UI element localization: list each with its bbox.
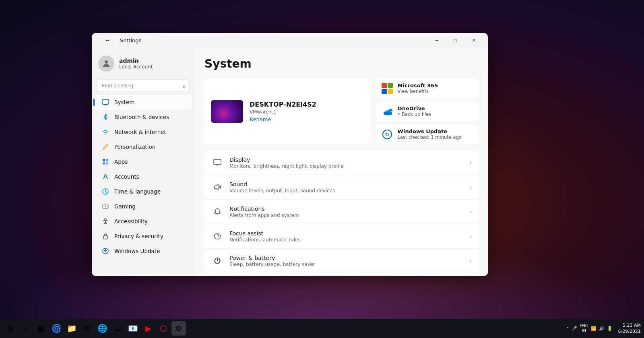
sidebar-item-apps[interactable]: Apps xyxy=(95,155,192,169)
settings-item-display[interactable]: Display Monitors, brightness, night ligh… xyxy=(204,150,478,175)
taskbar-search-button[interactable]: ⌕ xyxy=(19,321,33,336)
chevron-icon-notifications: › xyxy=(469,208,472,215)
svg-rect-5 xyxy=(106,159,108,161)
settings-item-title-power: Power & battery xyxy=(229,255,469,261)
settings-item-sound[interactable]: Sound Volume levels, output, input, soun… xyxy=(204,175,478,200)
settings-item-text-display: Display Monitors, brightness, night ligh… xyxy=(229,157,469,169)
sidebar-item-privacy[interactable]: Privacy & security xyxy=(95,229,192,243)
sidebar-item-label-gaming: Gaming xyxy=(114,203,136,210)
personalization-nav-icon xyxy=(101,143,109,151)
promo-ms365-sub: View benefits xyxy=(398,89,438,94)
svg-point-14 xyxy=(107,207,107,208)
sidebar-item-time[interactable]: Time & language xyxy=(95,184,192,199)
taskbar-settings-button[interactable]: ⚙ xyxy=(171,321,186,336)
taskbar-left: ⊞ ⌕ ▦ 🌀 📁 🛍 🌐 🗂 📧 ▶ ⬡ ⚙ xyxy=(0,321,186,336)
taskbar-store-button[interactable]: 🛍 xyxy=(80,321,94,336)
sidebar-item-label-apps: Apps xyxy=(114,159,128,165)
device-card: DESKTOP-N2EI4S2 VMware7,1 Rename xyxy=(204,78,371,144)
taskbar-start-button[interactable]: ⊞ xyxy=(3,321,18,336)
taskbar-youtube-button[interactable]: ▶ xyxy=(141,321,155,336)
accessibility-nav-icon xyxy=(101,217,109,225)
network-nav-icon xyxy=(101,128,109,136)
settings-item-title-focus: Focus assist xyxy=(229,230,469,237)
svg-point-8 xyxy=(104,175,107,177)
user-name: admin xyxy=(119,58,153,64)
settings-item-title-sound: Sound xyxy=(229,181,469,188)
svg-rect-19 xyxy=(384,111,392,115)
settings-item-desc-notifications: Alerts from apps and system xyxy=(229,212,469,218)
svg-point-15 xyxy=(105,218,106,220)
settings-item-text-sound: Sound Volume levels, output, input, soun… xyxy=(229,181,469,194)
volume-icon: 🔊 xyxy=(599,326,605,331)
window-controls: ─ ◻ ✕ xyxy=(427,34,483,47)
taskbar-mail-button[interactable]: 📧 xyxy=(126,321,140,336)
nav-list: System Bluetooth & devices Network & int… xyxy=(92,95,195,259)
apps-nav-icon xyxy=(101,158,109,166)
close-button[interactable]: ✕ xyxy=(464,34,483,47)
settings-item-notifications[interactable]: Notifications Alerts from apps and syste… xyxy=(204,200,478,224)
taskbar-up-arrow: ⌃ xyxy=(566,326,569,331)
back-button[interactable]: ← xyxy=(98,34,117,47)
sidebar-item-accounts[interactable]: Accounts xyxy=(95,169,192,184)
bluetooth-nav-icon xyxy=(101,113,109,121)
sidebar-item-gaming[interactable]: Gaming xyxy=(95,199,192,214)
sidebar-item-bluetooth[interactable]: Bluetooth & devices xyxy=(95,110,192,124)
search-box[interactable]: ⌕ xyxy=(97,80,190,91)
taskbar-clock[interactable]: 5:23 AM 6/29/2021 xyxy=(618,322,641,335)
sidebar-item-system[interactable]: System xyxy=(95,95,192,109)
settings-item-title-display: Display xyxy=(229,157,469,163)
chevron-icon-focus: › xyxy=(469,233,472,239)
sidebar-item-label-privacy: Privacy & security xyxy=(114,233,163,239)
taskbar-sys-tray[interactable]: ⌃ 🎤 ENGIN 📶 🔊 🔋 xyxy=(563,322,616,335)
system-nav-icon xyxy=(101,98,109,106)
promo-ms365-title: Microsoft 365 xyxy=(398,82,438,89)
sidebar-item-label-update: Windows Update xyxy=(114,248,160,254)
settings-item-text-focus: Focus assist Notifications, automatic ru… xyxy=(229,230,469,243)
sound-icon xyxy=(211,181,224,194)
svg-rect-6 xyxy=(103,162,105,165)
taskbar-time: 5:23 AM xyxy=(618,322,641,328)
search-input[interactable] xyxy=(97,80,190,91)
promo-windows-update[interactable]: Windows Update Last checked: 1 minute ag… xyxy=(376,124,478,144)
accounts-nav-icon xyxy=(101,173,109,181)
minimize-button[interactable]: ─ xyxy=(427,34,446,47)
device-subtitle: VMware7,1 xyxy=(250,109,316,115)
device-rename-button[interactable]: Rename xyxy=(250,116,316,122)
svg-rect-1 xyxy=(102,99,109,104)
sidebar-item-update[interactable]: Windows Update xyxy=(95,244,192,258)
taskbar-browser-button[interactable]: 🌐 xyxy=(95,321,109,336)
promo-ms365-text: Microsoft 365 View benefits xyxy=(398,82,438,94)
top-cards: DESKTOP-N2EI4S2 VMware7,1 Rename xyxy=(204,78,478,144)
lang-label: ENGIN xyxy=(580,324,588,333)
display-icon xyxy=(211,156,224,169)
sidebar-item-label-personalization: Personalization xyxy=(114,144,155,150)
battery-icon: 🔋 xyxy=(607,326,613,331)
sidebar-item-network[interactable]: Network & internet xyxy=(95,125,192,139)
settings-item-power[interactable]: Power & battery Sleep, battery usage, ba… xyxy=(204,249,478,273)
sidebar-item-personalization[interactable]: Personalization xyxy=(95,140,192,154)
taskbar-right: ⌃ 🎤 ENGIN 📶 🔊 🔋 5:23 AM 6/29/2021 xyxy=(563,322,641,335)
promo-onedrive[interactable]: OneDrive • Back up files xyxy=(376,101,478,121)
taskbar-filemanager-button[interactable]: 🗂 xyxy=(110,321,125,336)
settings-item-text-notifications: Notifications Alerts from apps and syste… xyxy=(229,206,469,218)
maximize-button[interactable]: ◻ xyxy=(446,34,464,47)
mic-icon: 🎤 xyxy=(572,326,577,331)
svg-point-13 xyxy=(107,206,107,206)
svg-rect-16 xyxy=(103,236,107,239)
sidebar-item-accessibility[interactable]: Accessibility xyxy=(95,214,192,229)
settings-item-focus[interactable]: Focus assist Notifications, automatic ru… xyxy=(204,224,478,249)
device-info: DESKTOP-N2EI4S2 VMware7,1 Rename xyxy=(250,101,316,122)
taskbar-edge-button[interactable]: 🌀 xyxy=(49,321,64,336)
promo-ms365[interactable]: Microsoft 365 View benefits xyxy=(376,78,478,98)
user-section[interactable]: admin Local Account xyxy=(92,51,195,80)
svg-rect-4 xyxy=(103,159,105,161)
avatar xyxy=(98,56,114,72)
taskbar-taskview-button[interactable]: ▦ xyxy=(34,321,48,336)
chevron-icon-display: › xyxy=(469,159,472,166)
promo-wu-text: Windows Update Last checked: 1 minute ag… xyxy=(398,128,462,140)
settings-item-storage[interactable]: Storage Storage space, drives, configura… xyxy=(204,273,478,276)
taskbar-explorer-button[interactable]: 📁 xyxy=(64,321,79,336)
promo-onedrive-text: OneDrive • Back up files xyxy=(398,105,431,117)
main-content: System DESKTOP-N2EI4S2 VMware7,1 Rename xyxy=(195,47,488,276)
taskbar-office-button[interactable]: ⬡ xyxy=(156,321,171,336)
